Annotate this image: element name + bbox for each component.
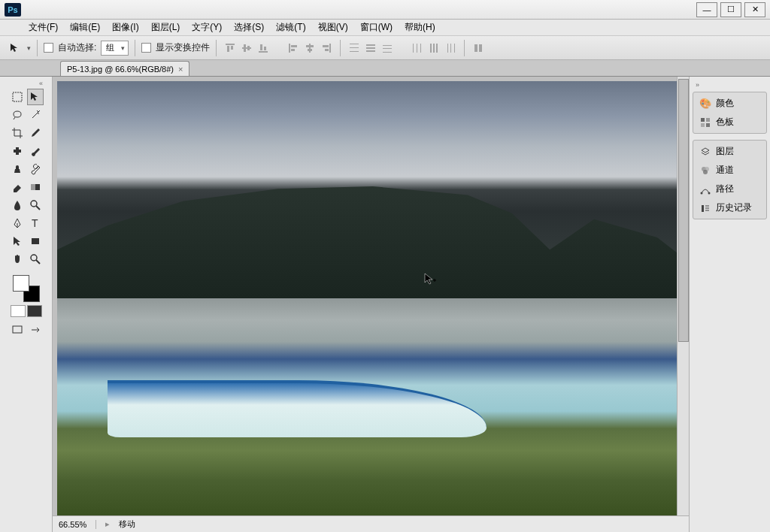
align-left-icon[interactable] <box>286 41 301 56</box>
panel-swatches[interactable]: 色板 <box>695 113 765 131</box>
document-tab-title: P5-13.jpg @ 66.6%(RGB/8#) <box>67 65 174 74</box>
lasso-tool[interactable] <box>9 107 26 123</box>
svg-rect-30 <box>430 44 432 53</box>
menu-select[interactable]: 选择(S) <box>228 20 270 35</box>
auto-align-icon[interactable] <box>471 41 486 56</box>
zoom-tool[interactable] <box>27 251 44 268</box>
main-area: « T <box>0 77 770 532</box>
svg-rect-49 <box>706 118 710 122</box>
move-tool[interactable] <box>27 89 44 105</box>
zoom-level[interactable]: 66.55% <box>59 520 96 529</box>
canvas-wrap: 66.55% ▸ 移动 <box>53 77 689 532</box>
channels-icon <box>699 165 711 177</box>
history-brush-tool[interactable] <box>27 161 44 177</box>
auto-select-checkbox[interactable] <box>44 43 53 53</box>
rectangle-tool[interactable] <box>27 233 44 249</box>
align-group <box>223 41 271 56</box>
align-top-icon[interactable] <box>223 41 238 56</box>
distribute-hcenter-icon[interactable] <box>426 41 441 56</box>
close-button[interactable]: ✕ <box>744 2 765 17</box>
svg-rect-35 <box>454 44 455 53</box>
distribute-vcenter-icon[interactable] <box>363 41 378 56</box>
swatches-icon <box>699 116 711 128</box>
dodge-tool[interactable] <box>27 197 44 213</box>
vertical-scrollbar[interactable] <box>677 77 689 515</box>
standard-mode-button[interactable] <box>11 305 26 317</box>
panel-channels[interactable]: 通道 <box>695 161 765 180</box>
distribute-bottom-icon[interactable] <box>380 41 395 56</box>
clone-stamp-tool[interactable] <box>9 161 26 177</box>
align-hcenter-icon[interactable] <box>302 41 317 56</box>
show-transform-checkbox[interactable] <box>141 43 151 53</box>
svg-rect-21 <box>366 44 375 46</box>
auto-select-label: 自动选择: <box>58 41 96 54</box>
toolbox-collapse-icon[interactable]: « <box>9 80 43 89</box>
menu-window[interactable]: 窗口(W) <box>354 20 399 35</box>
magic-wand-tool[interactable] <box>27 107 44 123</box>
move-tool-indicator-icon <box>8 41 23 56</box>
maximize-button[interactable]: ☐ <box>720 2 741 17</box>
menu-view[interactable]: 视图(V) <box>312 20 354 35</box>
menu-type[interactable]: 文字(Y) <box>186 20 228 35</box>
svg-rect-8 <box>264 47 266 50</box>
menu-edit[interactable]: 编辑(E) <box>64 20 106 35</box>
svg-rect-40 <box>16 147 19 155</box>
canvas[interactable] <box>57 81 689 515</box>
type-tool[interactable]: T <box>27 215 44 231</box>
svg-rect-29 <box>420 44 421 53</box>
panel-label: 图层 <box>716 145 734 158</box>
panel-color[interactable]: 🎨 颜色 <box>695 94 765 113</box>
svg-rect-3 <box>242 47 251 49</box>
svg-rect-18 <box>350 44 359 44</box>
svg-point-54 <box>703 170 708 174</box>
panel-label: 颜色 <box>716 97 734 110</box>
scrollbar-thumb[interactable] <box>678 79 689 342</box>
status-bar: 66.55% ▸ 移动 <box>53 515 689 532</box>
panel-paths[interactable]: 路径 <box>695 180 765 198</box>
align-bottom-icon[interactable] <box>256 41 271 56</box>
menu-image[interactable]: 图像(I) <box>106 20 144 35</box>
title-bar: Ps — ☐ ✕ <box>0 0 770 20</box>
tool-preset-dropdown-icon[interactable]: ▾ <box>27 44 31 52</box>
menu-file[interactable]: 文件(F) <box>23 20 64 35</box>
menu-layer[interactable]: 图层(L) <box>145 20 186 35</box>
svg-rect-36 <box>474 44 477 52</box>
crop-tool[interactable] <box>9 125 26 141</box>
panels-collapse-icon[interactable]: » <box>693 81 767 92</box>
minimize-button[interactable]: — <box>696 2 717 17</box>
distribute-group <box>347 41 395 56</box>
menu-help[interactable]: 帮助(H) <box>399 20 441 35</box>
status-arrow-icon[interactable]: ▸ <box>105 519 110 529</box>
blur-tool[interactable] <box>9 197 26 213</box>
distribute-right-icon[interactable] <box>443 41 458 56</box>
align-right-icon[interactable] <box>319 41 334 56</box>
align-vcenter-icon[interactable] <box>239 41 254 56</box>
document-tab[interactable]: P5-13.jpg @ 66.6%(RGB/8#) × <box>60 61 189 76</box>
distribute-left-icon[interactable] <box>410 41 425 56</box>
document-tab-close-icon[interactable]: × <box>178 65 183 74</box>
eyedropper-tool[interactable] <box>27 125 44 141</box>
gradient-tool[interactable] <box>27 179 44 195</box>
healing-brush-tool[interactable] <box>9 143 26 159</box>
foreground-color[interactable] <box>13 275 29 292</box>
menu-filter[interactable]: 滤镜(T) <box>270 20 311 35</box>
color-swatches <box>13 275 40 302</box>
right-panels: » 🎨 颜色 色板 图层 通道 路径 <box>689 77 770 532</box>
path-selection-tool[interactable] <box>9 233 26 249</box>
quick-mask-button[interactable] <box>27 305 42 317</box>
palette-icon: 🎨 <box>699 98 711 110</box>
eraser-tool[interactable] <box>9 179 26 195</box>
distribute-top-icon[interactable] <box>347 41 362 56</box>
panel-layers[interactable]: 图层 <box>695 142 765 161</box>
svg-rect-11 <box>291 49 295 51</box>
hand-tool[interactable] <box>9 251 26 268</box>
screen-mode-button[interactable] <box>9 322 26 338</box>
panel-history[interactable]: 历史记录 <box>695 198 765 217</box>
app-logo: Ps <box>5 3 21 17</box>
brush-tool[interactable] <box>27 143 44 159</box>
auto-select-dropdown[interactable]: 组 <box>101 41 129 56</box>
marquee-tool[interactable] <box>9 89 26 105</box>
screen-mode-arrow-icon[interactable] <box>27 322 44 338</box>
pen-tool[interactable] <box>9 215 26 231</box>
svg-rect-17 <box>325 49 329 51</box>
